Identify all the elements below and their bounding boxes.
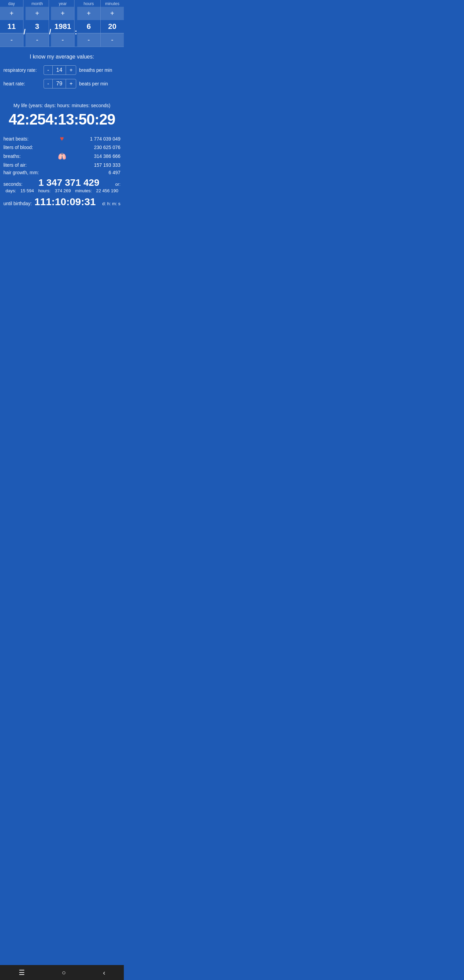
heart-beats-row: heart beats: ♥ 1 774 039 049 bbox=[3, 135, 121, 143]
seconds-label: seconds: bbox=[3, 181, 22, 187]
hair-growth-value: 6 497 bbox=[67, 170, 121, 175]
minutes-plus-button[interactable]: + bbox=[101, 7, 124, 20]
seconds-row: seconds: 1 347 371 429 or: bbox=[3, 177, 121, 188]
respiratory-minus-button[interactable]: - bbox=[44, 66, 53, 75]
month-plus-button[interactable]: + bbox=[25, 7, 49, 20]
days-label: days: bbox=[5, 188, 16, 193]
breaths-row: breaths: 🫁 314 386 666 bbox=[3, 152, 121, 160]
birthday-unit: d: h: m: s bbox=[102, 201, 121, 206]
days-value: 15 594 bbox=[21, 188, 34, 193]
minutes-label: minutes: bbox=[75, 188, 92, 193]
averages-title: I know my average values: bbox=[3, 54, 121, 60]
sep3: : bbox=[75, 0, 77, 47]
respiratory-row: respiratory rate: - 14 + breaths per min bbox=[3, 65, 121, 75]
birthday-countdown: 111:10:09:31 bbox=[34, 196, 99, 208]
month-value: 3 bbox=[34, 20, 40, 33]
month-column: month + 3 - bbox=[25, 0, 49, 47]
heart-beats-label: heart beats: bbox=[3, 136, 57, 142]
hair-growth-label: hair growth, mm: bbox=[3, 170, 57, 175]
liters-air-value: 157 193 333 bbox=[67, 162, 121, 168]
heart-beats-value: 1 774 039 049 bbox=[67, 136, 121, 142]
minutes-minus-button[interactable]: - bbox=[101, 33, 124, 47]
minutes-column: minutes + 20 - bbox=[101, 0, 124, 47]
month-label: month bbox=[32, 0, 43, 7]
heart-rate-unit: beats per min bbox=[79, 81, 108, 86]
day-column: day + 11 - bbox=[0, 0, 24, 47]
date-picker: day + 11 - / month + 3 - / year + 1981 -… bbox=[0, 0, 124, 47]
day-value: 11 bbox=[6, 20, 17, 33]
hours-plus-button[interactable]: + bbox=[77, 7, 100, 20]
respiratory-plus-button[interactable]: + bbox=[66, 66, 76, 75]
birthday-row: until birthday: 111:10:09:31 d: h: m: s bbox=[3, 196, 121, 208]
respiratory-unit: breaths per min bbox=[79, 67, 112, 73]
month-minus-button[interactable]: - bbox=[25, 33, 49, 47]
seconds-value: 1 347 371 429 bbox=[22, 177, 115, 188]
day-label: day bbox=[8, 0, 14, 7]
seconds-or: or: bbox=[115, 182, 121, 187]
heart-icon: ♥ bbox=[57, 135, 67, 143]
breaths-label: breaths: bbox=[3, 153, 57, 159]
breaths-value: 314 386 666 bbox=[67, 153, 121, 159]
hours-value: 6 bbox=[86, 20, 92, 33]
hours-minus-button[interactable]: - bbox=[77, 33, 100, 47]
hours-label: hours bbox=[84, 0, 94, 7]
heart-rate-controls: - 79 + bbox=[43, 79, 76, 89]
minutes-label: minutes bbox=[105, 0, 119, 7]
liters-blood-value: 230 625 076 bbox=[67, 145, 121, 150]
minutes-value: 22 456 190 bbox=[96, 188, 118, 193]
lungs-icon: 🫁 bbox=[57, 152, 67, 160]
birthday-label: until birthday: bbox=[3, 201, 32, 206]
liters-blood-label: liters of blood: bbox=[3, 145, 57, 150]
hours-label: hours: bbox=[38, 188, 50, 193]
year-minus-button[interactable]: - bbox=[51, 33, 74, 47]
heart-rate-plus-button[interactable]: + bbox=[66, 79, 76, 88]
life-counter: 42:254:13:50:29 bbox=[3, 111, 121, 128]
liters-air-row: liters of air: 157 193 333 bbox=[3, 162, 121, 168]
averages-section: I know my average values: respiratory ra… bbox=[0, 47, 124, 96]
year-label: year bbox=[59, 0, 67, 7]
hours-column: hours + 6 - bbox=[77, 0, 101, 47]
life-subtitle: My life (years: days: hours: minutes: se… bbox=[3, 103, 121, 108]
minutes-value: 20 bbox=[107, 20, 118, 33]
respiratory-value: 14 bbox=[53, 66, 66, 75]
year-plus-button[interactable]: + bbox=[51, 7, 74, 20]
hair-growth-row: hair growth, mm: 6 497 bbox=[3, 170, 121, 175]
liters-air-label: liters of air: bbox=[3, 162, 57, 168]
sub-stats: days: 15 594 hours: 374 269 minutes: 22 … bbox=[3, 188, 121, 193]
respiratory-controls: - 14 + bbox=[43, 65, 76, 75]
day-minus-button[interactable]: - bbox=[0, 33, 23, 47]
liters-blood-row: liters of blood: 230 625 076 bbox=[3, 145, 121, 150]
hours-value: 374 269 bbox=[55, 188, 71, 193]
heart-rate-row: heart rate: - 79 + beats per min bbox=[3, 79, 121, 89]
heart-rate-minus-button[interactable]: - bbox=[44, 79, 53, 88]
day-plus-button[interactable]: + bbox=[0, 7, 23, 20]
life-section: My life (years: days: hours: minutes: se… bbox=[0, 96, 124, 131]
respiratory-label: respiratory rate: bbox=[3, 67, 41, 73]
stats-section: heart beats: ♥ 1 774 039 049 liters of b… bbox=[0, 131, 124, 211]
heart-rate-label: heart rate: bbox=[3, 81, 41, 86]
year-column: year + 1981 - bbox=[51, 0, 75, 47]
heart-rate-value: 79 bbox=[53, 79, 66, 88]
year-value: 1981 bbox=[53, 20, 73, 33]
